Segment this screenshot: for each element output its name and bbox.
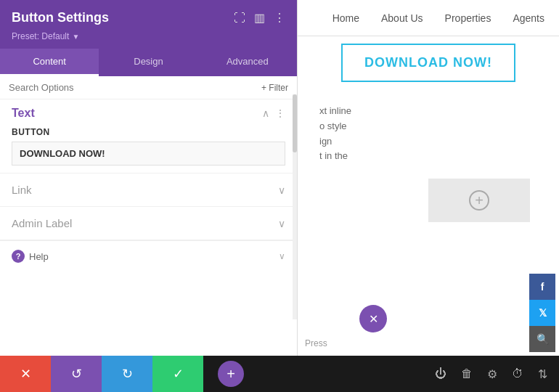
power-toolbar-icon[interactable]: ⏻ (435, 367, 446, 380)
main-content: DOWNLOAD NOW! xt inline o style ign t in… (298, 0, 559, 356)
tab-content[interactable]: Content (0, 49, 99, 76)
help-icon: ? (12, 250, 25, 263)
button-text-input[interactable] (12, 142, 285, 166)
redo-icon: ↻ (122, 366, 133, 382)
panel-title: Button Settings (12, 10, 109, 25)
nav-item-properties[interactable]: Properties (445, 12, 491, 24)
settings-panel: Button Settings ⛶ ▥ ⋮ Preset: Default ▼ … (0, 0, 298, 356)
scroll-bar[interactable] (293, 94, 297, 319)
undo-button[interactable]: ↺ (51, 356, 102, 392)
section-more-icon[interactable]: ⋮ (275, 107, 285, 119)
panel-body: + Filter Text ∧ ⋮ Button Link ∨ Admin La… (0, 76, 297, 356)
collapse-icon[interactable]: ∧ (262, 107, 269, 119)
search-bar: + Filter (0, 76, 297, 99)
bottom-toolbar: ✕ ↺ ↻ ✓ + ⏻ 🗑 ⚙ ⏱ ⇅ (0, 356, 559, 392)
tab-design[interactable]: Design (99, 49, 197, 76)
preset-arrow-icon: ▼ (72, 33, 79, 41)
twitter-icon[interactable]: 𝕏 (529, 300, 555, 326)
text-section-icons: ∧ ⋮ (262, 107, 285, 119)
filter-button[interactable]: + Filter (261, 83, 288, 93)
nav-item-about[interactable]: About Us (381, 12, 423, 24)
tab-advanced[interactable]: Advanced (198, 49, 297, 76)
nav-item-home[interactable]: Home (332, 12, 359, 24)
link-section[interactable]: Link ∨ (0, 173, 297, 207)
close-circle-button[interactable]: ✕ (359, 305, 387, 332)
nav-item-agents[interactable]: Agents (513, 12, 544, 24)
layout-toolbar-icon[interactable]: ⇅ (538, 367, 547, 381)
trash-toolbar-icon[interactable]: 🗑 (461, 367, 473, 380)
admin-label-section[interactable]: Admin Label ∨ (0, 207, 297, 240)
panel-title-row: Button Settings ⛶ ▥ ⋮ (12, 10, 285, 25)
link-section-title: Link (12, 184, 32, 196)
cancel-icon: ✕ (20, 366, 31, 382)
link-chevron-icon: ∨ (278, 184, 285, 196)
admin-section-title: Admin Label (12, 217, 72, 229)
facebook-icon[interactable]: f (529, 274, 555, 300)
button-field-label: Button (12, 127, 285, 137)
panel-header-icons: ⛶ ▥ ⋮ (234, 11, 285, 25)
more-icon[interactable]: ⋮ (274, 11, 285, 25)
download-now-button[interactable]: DOWNLOAD NOW! (341, 44, 515, 82)
add-icon[interactable]: + (469, 190, 489, 211)
social-icons: f 𝕏 🔍 (529, 274, 555, 352)
fullscreen-icon[interactable]: ⛶ (234, 12, 245, 25)
preset-label: Preset: Default (12, 31, 69, 41)
add-content-box[interactable]: + (428, 179, 530, 222)
undo-icon: ↺ (71, 366, 82, 382)
save-icon: ✓ (173, 366, 184, 382)
history-toolbar-icon[interactable]: ⏱ (512, 367, 523, 380)
help-label: Help (29, 251, 49, 262)
help-chevron-icon: ∨ (279, 251, 285, 261)
toolbar-left: ✕ ↺ ↻ ✓ (0, 356, 203, 392)
body-text: xt inline o style ign t in the (319, 104, 351, 164)
admin-chevron-icon: ∨ (278, 218, 285, 229)
panel-tabs: Content Design Advanced (0, 49, 297, 76)
wordpress-text: Press (305, 338, 327, 348)
text-section-header: Text ∧ ⋮ (12, 107, 285, 120)
search-social-icon[interactable]: 🔍 (529, 326, 555, 352)
scroll-thumb (293, 94, 297, 152)
settings-toolbar-icon[interactable]: ⚙ (487, 367, 497, 381)
cancel-button[interactable]: ✕ (0, 356, 51, 392)
redo-button[interactable]: ↻ (102, 356, 152, 392)
toolbar-right: ⏻ 🗑 ⚙ ⏱ ⇅ (244, 367, 559, 381)
text-section: Text ∧ ⋮ Button (0, 99, 297, 173)
plus-button[interactable]: + (218, 361, 244, 387)
plus-toolbar-area: + (209, 361, 244, 387)
save-button[interactable]: ✓ (152, 356, 203, 392)
preset-row[interactable]: Preset: Default ▼ (12, 31, 285, 41)
search-input[interactable] (9, 82, 261, 93)
nav-items: Home About Us Properties Agents (332, 12, 544, 24)
columns-icon[interactable]: ▥ (254, 11, 265, 25)
text-section-title: Text (12, 107, 35, 120)
help-row[interactable]: ? Help ∨ (0, 240, 297, 271)
panel-header: Button Settings ⛶ ▥ ⋮ Preset: Default ▼ (0, 0, 297, 49)
